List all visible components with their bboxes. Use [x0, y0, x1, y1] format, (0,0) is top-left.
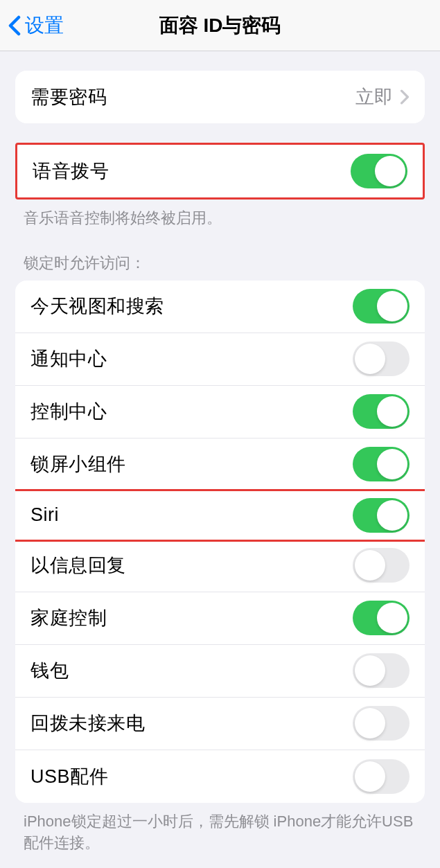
lock-item-toggle[interactable]	[353, 548, 410, 583]
lock-item-toggle[interactable]	[353, 653, 410, 688]
row-label: 通知中心	[30, 346, 107, 371]
row-label: 锁屏小组件	[30, 452, 126, 477]
toggle-knob	[377, 603, 407, 633]
lock-item-toggle[interactable]	[353, 342, 410, 376]
row-label: 钱包	[30, 658, 69, 683]
back-button[interactable]: 设置	[0, 12, 64, 39]
page-title: 面容 ID与密码	[159, 12, 281, 39]
lock-item-toggle[interactable]	[353, 498, 410, 533]
lock-item-row: Siri	[15, 489, 425, 542]
voice-dial-row: 语音拨号	[17, 145, 423, 197]
lock-item-toggle[interactable]	[353, 394, 410, 429]
toggle-knob	[377, 449, 407, 479]
lock-item-row: 钱包	[15, 645, 425, 698]
toggle-knob	[355, 344, 385, 374]
toggle-knob	[355, 761, 385, 792]
lock-section-header: 锁定时允许访问：	[0, 229, 440, 281]
row-label: USB配件	[30, 764, 108, 789]
row-label: 控制中心	[30, 399, 107, 424]
toggle-knob	[377, 291, 407, 321]
lock-item-toggle[interactable]	[353, 759, 410, 794]
toggle-knob	[377, 500, 407, 531]
row-label: 家庭控制	[30, 605, 107, 630]
toggle-knob	[355, 708, 385, 738]
lock-item-row: 回拨未接来电	[15, 698, 425, 750]
row-value: 立即	[355, 85, 393, 109]
row-label: 以信息回复	[30, 553, 126, 578]
row-label: Siri	[30, 504, 59, 526]
require-passcode-row[interactable]: 需要密码 立即	[15, 71, 425, 123]
row-label: 回拨未接来电	[30, 711, 145, 736]
lock-item-row: 以信息回复	[15, 540, 425, 592]
voice-dial-footer: 音乐语音控制将始终被启用。	[0, 200, 440, 229]
passcode-group: 需要密码 立即	[15, 71, 425, 123]
chevron-left-icon	[8, 15, 21, 36]
voice-dial-toggle[interactable]	[351, 154, 407, 188]
lock-item-toggle[interactable]	[353, 447, 410, 481]
lock-item-toggle[interactable]	[353, 601, 410, 635]
row-label: 需要密码	[30, 85, 107, 109]
back-label: 设置	[25, 12, 64, 39]
lock-item-row: 今天视图和搜索	[15, 281, 425, 333]
lock-access-group: 今天视图和搜索通知中心控制中心锁屏小组件Siri以信息回复家庭控制钱包回拨未接来…	[15, 281, 425, 803]
row-label: 语音拨号	[33, 159, 109, 184]
lock-item-row: 家庭控制	[15, 592, 425, 645]
voice-dial-group: 语音拨号	[15, 143, 425, 200]
row-label: 今天视图和搜索	[30, 294, 164, 319]
chevron-right-icon	[400, 89, 410, 105]
toggle-knob	[377, 396, 407, 427]
lock-item-row: 通知中心	[15, 333, 425, 386]
toggle-knob	[355, 655, 385, 686]
toggle-knob	[355, 550, 385, 581]
lock-item-toggle[interactable]	[353, 706, 410, 741]
lock-item-toggle[interactable]	[353, 289, 410, 324]
lock-item-row: 控制中心	[15, 386, 425, 439]
lock-item-row: USB配件	[15, 750, 425, 803]
navigation-header: 设置 面容 ID与密码	[0, 0, 440, 51]
lock-footer: iPhone锁定超过一小时后，需先解锁 iPhone才能允许USB配件连接。	[0, 803, 440, 854]
lock-item-row: 锁屏小组件	[15, 439, 425, 491]
toggle-knob	[375, 156, 405, 186]
